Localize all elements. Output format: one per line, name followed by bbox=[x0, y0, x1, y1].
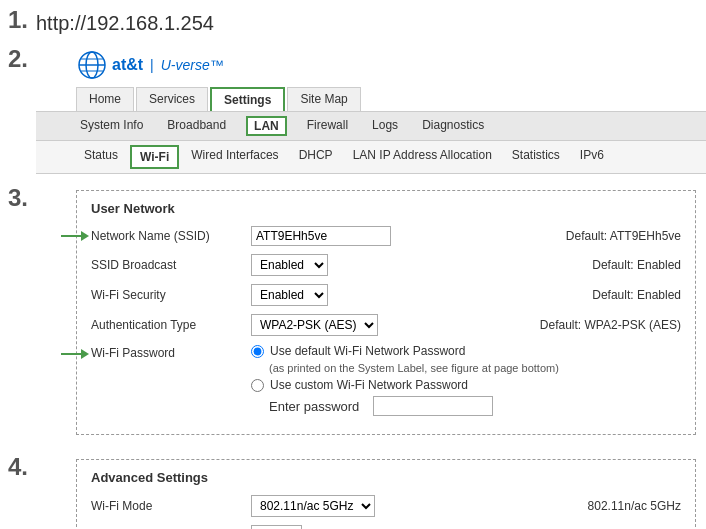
uverse-brand-text: U-verse™ bbox=[161, 57, 224, 73]
radio-custom-row: Use custom Wi-Fi Network Password bbox=[251, 378, 559, 392]
wifi-password-control: Use default Wi-Fi Network Password (as p… bbox=[251, 344, 681, 416]
network-name-arrow bbox=[61, 231, 89, 241]
step1-number: 1. bbox=[0, 4, 36, 34]
auth-type-default: Default: WPA2-PSK (AES) bbox=[540, 318, 681, 332]
wifi-mode-row: Wi-Fi Mode 802.11n/ac 5GHz 802.11n 2.4GH… bbox=[91, 495, 681, 517]
wifi-security-control: Enabled Disabled bbox=[251, 284, 552, 306]
sub-nav-lan[interactable]: LAN bbox=[246, 116, 287, 136]
enter-password-label: Enter password bbox=[269, 399, 359, 414]
wifi-mode-select[interactable]: 802.11n/ac 5GHz 802.11n 2.4GHz bbox=[251, 495, 375, 517]
radio-default-sublabel: (as printed on the System Label, see fig… bbox=[269, 362, 559, 374]
radio-default-label: Use default Wi-Fi Network Password bbox=[270, 344, 465, 358]
ssid-broadcast-select[interactable]: Enabled Disabled bbox=[251, 254, 328, 276]
tab-ipv6[interactable]: IPv6 bbox=[572, 145, 612, 169]
wifi-mode-default: 802.11n/ac 5GHz bbox=[588, 499, 681, 513]
tab-statistics[interactable]: Statistics bbox=[504, 145, 568, 169]
brand-divider: | bbox=[150, 57, 154, 73]
step4-number: 4. bbox=[0, 451, 36, 481]
tab-dhcp[interactable]: DHCP bbox=[291, 145, 341, 169]
wifi-mode-label: Wi-Fi Mode bbox=[91, 499, 251, 513]
main-nav: Home Services Settings Site Map bbox=[36, 87, 706, 112]
nav-tab-settings[interactable]: Settings bbox=[210, 87, 285, 111]
user-network-section: User Network Network Name (SSID) Default… bbox=[76, 190, 696, 435]
ssid-broadcast-control: Enabled Disabled bbox=[251, 254, 552, 276]
transmit-power-control: 100 75 50 25 bbox=[251, 525, 641, 529]
ssid-default: Default: ATT9EHh5ve bbox=[566, 229, 681, 243]
att-brand-text: at&t bbox=[112, 56, 143, 74]
user-network-title: User Network bbox=[91, 201, 681, 216]
auth-type-row: Authentication Type WPA2-PSK (AES) WPA-P… bbox=[91, 314, 681, 336]
auth-type-label: Authentication Type bbox=[91, 318, 251, 332]
nav-tab-services[interactable]: Services bbox=[136, 87, 208, 111]
transmit-power-select[interactable]: 100 75 50 25 bbox=[251, 525, 302, 529]
step2: 2. at&t | U-verse™ Home Services Setting… bbox=[0, 39, 706, 178]
advanced-settings-title: Advanced Settings bbox=[91, 470, 681, 485]
sub-nav-broadband[interactable]: Broadband bbox=[163, 116, 230, 136]
step1: 1. http://192.168.1.254 bbox=[0, 0, 706, 39]
ssid-broadcast-label: SSID Broadcast bbox=[91, 258, 251, 272]
enter-password-row: Enter password bbox=[269, 396, 559, 416]
ssid-broadcast-row: SSID Broadcast Enabled Disabled Default:… bbox=[91, 254, 681, 276]
wifi-security-default: Default: Enabled bbox=[592, 288, 681, 302]
sub-nav-diagnostics[interactable]: Diagnostics bbox=[418, 116, 488, 136]
auth-type-select[interactable]: WPA2-PSK (AES) WPA-PSK (TKIP) WPA/WPA2 bbox=[251, 314, 378, 336]
step3: 3. User Network Network Name (SSID) Defa… bbox=[0, 178, 706, 447]
network-name-control bbox=[251, 226, 526, 246]
att-logo-area: at&t | U-verse™ bbox=[36, 43, 706, 87]
step3-number: 3. bbox=[0, 182, 36, 212]
network-name-row: Network Name (SSID) Default: ATT9EHh5ve bbox=[91, 226, 681, 246]
url-text: http://192.168.1.254 bbox=[36, 12, 214, 34]
att-globe-icon bbox=[76, 49, 108, 81]
transmit-power-row: Transmit Power 100 75 50 25 bbox=[91, 525, 681, 529]
tab-status[interactable]: Status bbox=[76, 145, 126, 169]
tab-wifi[interactable]: Wi-Fi bbox=[130, 145, 179, 169]
wifi-password-radio-group: Use default Wi-Fi Network Password (as p… bbox=[251, 344, 559, 416]
radio-custom-label: Use custom Wi-Fi Network Password bbox=[270, 378, 468, 392]
step2-number: 2. bbox=[0, 43, 36, 73]
nav-tab-home[interactable]: Home bbox=[76, 87, 134, 111]
tab-row: Status Wi-Fi Wired Interfaces DHCP LAN I… bbox=[36, 141, 706, 174]
wifi-mode-control: 802.11n/ac 5GHz 802.11n 2.4GHz bbox=[251, 495, 548, 517]
wifi-password-label: Wi-Fi Password bbox=[91, 344, 251, 360]
enter-password-input[interactable] bbox=[373, 396, 493, 416]
radio-use-default[interactable] bbox=[251, 345, 264, 358]
wifi-security-select[interactable]: Enabled Disabled bbox=[251, 284, 328, 306]
wifi-security-label: Wi-Fi Security bbox=[91, 288, 251, 302]
radio-default-row: Use default Wi-Fi Network Password bbox=[251, 344, 559, 358]
wifi-password-arrow bbox=[61, 349, 89, 359]
wifi-security-row: Wi-Fi Security Enabled Disabled Default:… bbox=[91, 284, 681, 306]
sub-nav-firewall[interactable]: Firewall bbox=[303, 116, 352, 136]
ssid-input[interactable] bbox=[251, 226, 391, 246]
ssid-broadcast-default: Default: Enabled bbox=[592, 258, 681, 272]
tab-wired[interactable]: Wired Interfaces bbox=[183, 145, 286, 169]
auth-type-control: WPA2-PSK (AES) WPA-PSK (TKIP) WPA/WPA2 bbox=[251, 314, 500, 336]
nav-tab-sitemap[interactable]: Site Map bbox=[287, 87, 360, 111]
radio-use-custom[interactable] bbox=[251, 379, 264, 392]
sub-nav-logs[interactable]: Logs bbox=[368, 116, 402, 136]
sub-nav-sysinfo[interactable]: System Info bbox=[76, 116, 147, 136]
sub-nav: System Info Broadband LAN Firewall Logs … bbox=[36, 112, 706, 141]
advanced-settings-section: Advanced Settings Wi-Fi Mode 802.11n/ac … bbox=[76, 459, 696, 529]
network-name-label: Network Name (SSID) bbox=[91, 229, 251, 243]
wifi-password-row: Wi-Fi Password Use default Wi-Fi Network… bbox=[91, 344, 681, 416]
step4: 4. Advanced Settings Wi-Fi Mode 802.11n/… bbox=[0, 447, 706, 529]
tab-lan-ip[interactable]: LAN IP Address Allocation bbox=[345, 145, 500, 169]
